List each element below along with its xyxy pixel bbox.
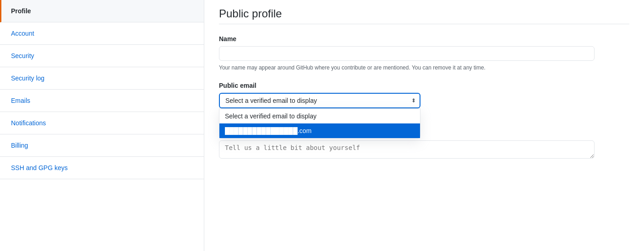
email-select-wrapper: Select a verified email to display █████…: [219, 93, 420, 108]
sidebar-item-ssh-gpg[interactable]: SSH and GPG keys: [0, 157, 204, 179]
sidebar-item-label: Notifications: [11, 119, 46, 127]
public-email-group: Public email Select a verified email to …: [219, 82, 629, 118]
sidebar-item-label: Security: [11, 52, 34, 59]
sidebar-item-label: Account: [11, 30, 34, 37]
name-label: Name: [219, 35, 629, 43]
bio-textarea[interactable]: [219, 140, 595, 159]
sidebar-item-label: Emails: [11, 97, 30, 104]
sidebar-item-profile[interactable]: Profile: [0, 0, 204, 22]
sidebar-item-label: Profile: [11, 7, 31, 15]
sidebar-item-security[interactable]: Security: [0, 45, 204, 67]
sidebar-item-security-log[interactable]: Security log: [0, 67, 204, 90]
sidebar-item-label: SSH and GPG keys: [11, 164, 68, 171]
public-email-label: Public email: [219, 82, 629, 89]
sidebar-item-billing[interactable]: Billing: [0, 134, 204, 157]
sidebar: Profile Account Security Security log Em…: [0, 0, 204, 251]
main-content: Public profile Name Your name may appear…: [204, 0, 644, 251]
sidebar-item-account[interactable]: Account: [0, 22, 204, 45]
sidebar-item-emails[interactable]: Emails: [0, 90, 204, 112]
sidebar-item-label: Billing: [11, 142, 28, 149]
page-title: Public profile: [219, 0, 629, 24]
name-input[interactable]: [219, 46, 595, 61]
dropdown-option-email[interactable]: ████████████████.com: [219, 123, 420, 138]
email-dropdown-list: Select a verified email to display █████…: [219, 108, 420, 139]
dropdown-option-placeholder[interactable]: Select a verified email to display: [219, 109, 420, 123]
sidebar-item-notifications[interactable]: Notifications: [0, 112, 204, 134]
name-group: Name Your name may appear around GitHub …: [219, 35, 629, 71]
name-help: Your name may appear around GitHub where…: [219, 64, 629, 71]
sidebar-item-label: Security log: [11, 75, 44, 82]
email-select[interactable]: Select a verified email to display █████…: [219, 93, 420, 108]
